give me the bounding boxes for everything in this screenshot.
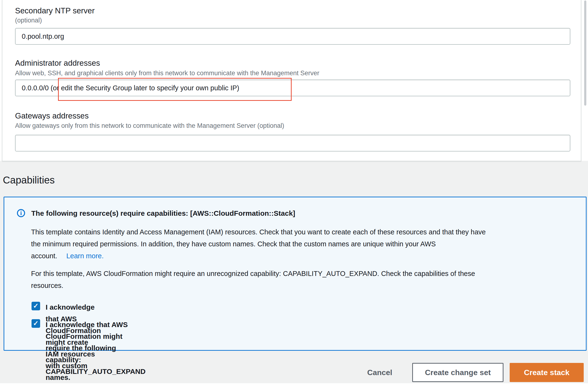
alert-paragraph-auto-expand: For this template, AWS CloudFormation mi… <box>31 267 475 291</box>
info-icon <box>17 209 25 217</box>
gateways-addresses-description: Allow gateways only from this network to… <box>15 122 284 129</box>
acknowledge-auto-expand-label[interactable]: I acknowledge that AWS CloudFormation mi… <box>46 319 145 377</box>
capabilities-heading: Capabilities <box>3 174 55 186</box>
bottom-strip <box>0 383 588 388</box>
alert-paragraph-auto-expand-text: For this template, AWS CloudFormation mi… <box>31 270 475 289</box>
administrator-addresses-label: Administrator addresses <box>15 59 100 68</box>
gateways-addresses-label: Gateways addresses <box>15 111 89 121</box>
capabilities-info-alert: The following resource(s) require capabi… <box>3 197 587 351</box>
cloudformation-create-stack-page: Secondary NTP server (optional) Administ… <box>0 0 588 388</box>
gateways-addresses-input[interactable] <box>15 135 570 151</box>
learn-more-link[interactable]: Learn more. <box>66 252 104 260</box>
alert-paragraph-iam: This template contains Identity and Acce… <box>31 226 486 262</box>
administrator-addresses-value-hint: (or edit the Security Group later to spe… <box>51 84 239 92</box>
administrator-addresses-input[interactable]: 0.0.0.0/0 (or edit the Security Group la… <box>15 80 570 96</box>
acknowledge-iam-checkbox[interactable] <box>31 302 40 310</box>
cancel-button[interactable]: Cancel <box>362 363 398 382</box>
secondary-ntp-label: Secondary NTP server <box>15 6 94 15</box>
create-stack-button[interactable]: Create stack <box>510 363 584 382</box>
stack-parameters-card: Secondary NTP server (optional) Administ… <box>2 0 581 161</box>
create-change-set-button[interactable]: Create change set <box>412 363 503 382</box>
secondary-ntp-optional-note: (optional) <box>15 17 42 24</box>
scrollbar-thumb[interactable] <box>584 0 586 106</box>
administrator-addresses-description: Allow web, SSH, and graphical clients on… <box>15 70 319 77</box>
alert-title: The following resource(s) require capabi… <box>31 209 295 218</box>
acknowledge-auto-expand-checkbox[interactable] <box>31 319 40 328</box>
secondary-ntp-input[interactable] <box>15 28 570 45</box>
administrator-addresses-value-ip: 0.0.0.0/0 <box>22 84 51 92</box>
